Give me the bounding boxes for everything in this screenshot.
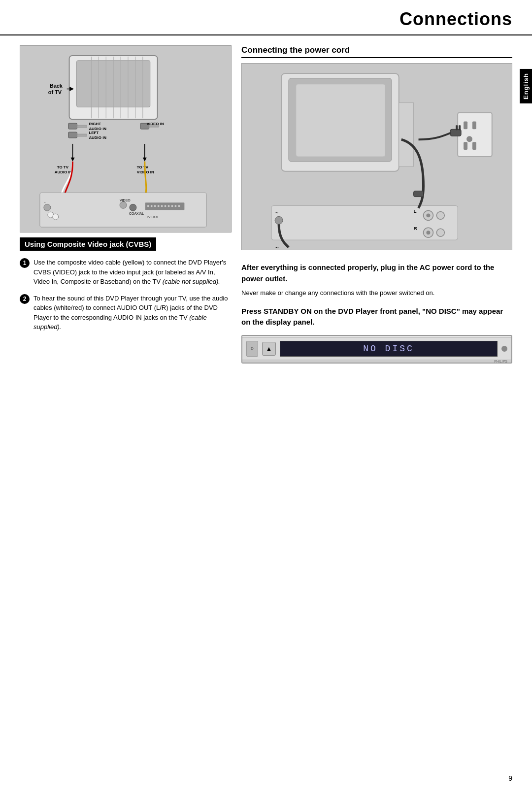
svg-point-74 [426, 213, 430, 217]
svg-point-51 [178, 205, 180, 207]
svg-text:Back: Back [50, 83, 63, 89]
svg-point-35 [44, 204, 51, 211]
instruction-item-2: 2 To hear the sound of this DVD Player t… [20, 294, 232, 332]
tv-diagram-svg: Back of TV RIGHT AUDIO IN LEFT AUDIO IN … [20, 46, 231, 232]
power-section-title: Connecting the power cord [241, 45, 350, 55]
svg-rect-60 [464, 121, 467, 129]
page-header: Connections [0, 0, 532, 35]
brand-text: PHILIPS [494, 360, 507, 363]
svg-point-70 [275, 216, 283, 224]
svg-rect-65 [450, 129, 461, 136]
svg-rect-14 [68, 123, 77, 129]
svg-text:of TV: of TV [48, 89, 62, 95]
svg-point-53 [53, 214, 59, 220]
svg-point-43 [151, 205, 153, 207]
svg-text:~: ~ [275, 244, 279, 250]
svg-text:RIGHT: RIGHT [89, 122, 101, 126]
svg-rect-64 [472, 142, 476, 150]
svg-text:AUDIO IN: AUDIO IN [89, 135, 106, 140]
cvbs-label-text: Using Composite Video jack (CVBS) [25, 240, 151, 248]
power-indicator [501, 346, 507, 352]
instruction-number-1: 1 [20, 258, 30, 268]
svg-point-77 [436, 211, 444, 219]
svg-text:~: ~ [275, 210, 278, 215]
svg-rect-57 [296, 84, 385, 157]
svg-text:COAXIAL: COAXIAL [129, 212, 144, 215]
svg-point-44 [154, 205, 156, 207]
power-section-header: Connecting the power cord [241, 45, 512, 58]
cvbs-label: Using Composite Video jack (CVBS) [20, 237, 156, 251]
tv-connection-diagram: Back of TV RIGHT AUDIO IN LEFT AUDIO IN … [20, 45, 232, 232]
dvd-panel: D ▲ NO DISC PHILIPS [241, 335, 512, 364]
svg-rect-59 [458, 112, 492, 157]
svg-point-45 [158, 205, 160, 207]
language-label: English [522, 73, 530, 100]
svg-text:TO TV: TO TV [137, 165, 149, 169]
svg-point-76 [426, 231, 430, 234]
svg-point-48 [168, 205, 170, 207]
svg-text:LEFT: LEFT [89, 131, 99, 135]
svg-text:~: ~ [44, 200, 46, 204]
instruction-after-connected: After everything is connected properly, … [241, 262, 512, 284]
svg-rect-66 [456, 125, 458, 130]
svg-rect-18 [68, 132, 77, 138]
svg-rect-15 [77, 125, 87, 128]
svg-rect-19 [77, 134, 87, 136]
svg-rect-58 [399, 103, 414, 166]
instruction-number-2: 2 [20, 294, 30, 304]
power-cord-diagram: ~ L R ~ [241, 63, 512, 250]
right-column: Connecting the power cord [241, 45, 512, 364]
instruction-standby: Press STANDBY ON on the DVD Player front… [241, 306, 512, 328]
svg-point-50 [174, 205, 176, 207]
svg-point-38 [130, 204, 136, 211]
svg-rect-61 [472, 121, 476, 129]
svg-rect-67 [459, 125, 461, 130]
right-instructions: After everything is connected properly, … [241, 257, 512, 364]
svg-point-78 [436, 229, 444, 236]
svg-point-36 [120, 201, 127, 208]
language-tab: English [520, 69, 532, 103]
svg-point-49 [171, 205, 173, 207]
svg-text:VIDEO: VIDEO [120, 199, 131, 202]
svg-text:TO TV: TO TV [57, 165, 69, 169]
eject-button[interactable]: ▲ [262, 342, 276, 356]
left-column: Back of TV RIGHT AUDIO IN LEFT AUDIO IN … [20, 45, 232, 364]
page-number: 9 [508, 774, 512, 782]
svg-text:VIDEO IN: VIDEO IN [147, 122, 164, 126]
svg-point-46 [161, 205, 163, 207]
svg-text:AUDIO IN: AUDIO IN [55, 170, 72, 174]
svg-text:TV OUT: TV OUT [146, 215, 159, 219]
power-diagram-svg: ~ L R ~ [242, 64, 512, 250]
instruction-text-1: Use the composite video cable (yellow) t… [33, 258, 232, 287]
dvd-display-screen: NO DISC [280, 341, 498, 357]
main-content: Back of TV RIGHT AUDIO IN LEFT AUDIO IN … [0, 35, 532, 364]
svg-point-62 [466, 136, 472, 142]
svg-text:R: R [414, 226, 417, 231]
svg-point-42 [147, 205, 149, 207]
instruction-never-change: Never make or change any connections wit… [241, 288, 512, 298]
svg-rect-63 [464, 142, 467, 150]
instruction-item-1: 1 Use the composite video cable (yellow)… [20, 258, 232, 287]
svg-rect-80 [414, 191, 424, 197]
page-title: Connections [399, 9, 512, 29]
instruction-text-2: To hear the sound of this DVD Player thr… [33, 294, 232, 332]
svg-text:L: L [414, 208, 417, 214]
disc-slot: D [246, 341, 258, 357]
svg-point-47 [165, 205, 166, 207]
